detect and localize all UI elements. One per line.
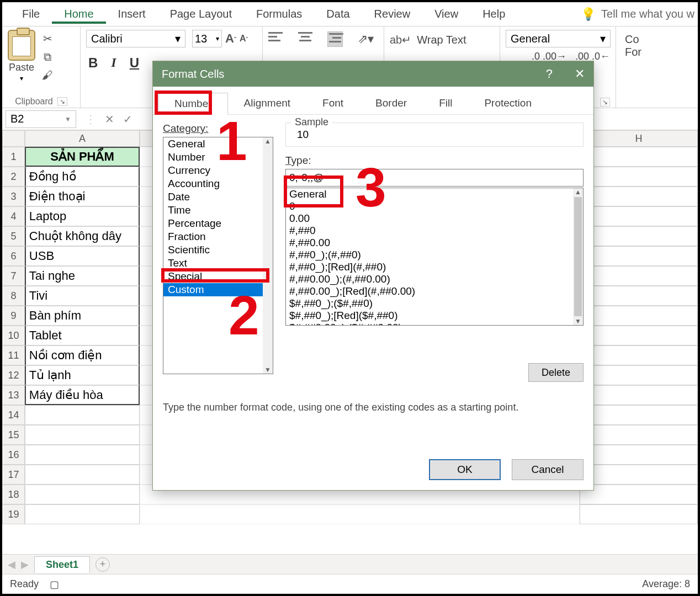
- dialog-launcher-icon[interactable]: ↘: [57, 97, 67, 106]
- sheet-nav-next-icon[interactable]: ▶: [21, 558, 29, 571]
- row-header[interactable]: 10: [2, 326, 25, 345]
- cell[interactable]: SẢN PHẨM: [25, 147, 140, 167]
- tab-insert[interactable]: Insert: [106, 4, 158, 24]
- decrease-font-icon[interactable]: Aˇ: [240, 34, 248, 44]
- copy-icon[interactable]: ⧉: [44, 51, 51, 63]
- underline-button[interactable]: U: [130, 55, 139, 71]
- chevron-down-icon[interactable]: ▾: [216, 35, 219, 42]
- align-right-icon[interactable]: [328, 32, 342, 46]
- cell[interactable]: [580, 365, 698, 385]
- scrollbar[interactable]: ▲▼: [263, 137, 273, 374]
- align-left-icon[interactable]: [268, 32, 283, 46]
- format-item[interactable]: #,##0.00_);(#,##0.00): [286, 273, 583, 285]
- row-header[interactable]: 18: [2, 485, 25, 504]
- cell[interactable]: [25, 465, 140, 485]
- cell[interactable]: [580, 445, 698, 465]
- tab-view[interactable]: View: [422, 4, 470, 24]
- row-header[interactable]: 5: [2, 226, 25, 246]
- cell[interactable]: Tai nghe: [25, 266, 140, 286]
- cell[interactable]: [25, 425, 140, 445]
- row-header[interactable]: 1: [2, 147, 25, 167]
- select-all-corner[interactable]: [2, 130, 25, 147]
- font-size-combo[interactable]: 13▾: [192, 30, 222, 47]
- macro-record-icon[interactable]: ▢: [50, 578, 59, 590]
- cell[interactable]: [580, 266, 698, 286]
- cell[interactable]: [580, 504, 698, 524]
- help-icon[interactable]: ?: [546, 67, 553, 81]
- cell[interactable]: [580, 465, 698, 485]
- dialog-launcher-icon[interactable]: ↘: [600, 98, 610, 107]
- cell[interactable]: [580, 306, 698, 326]
- cell[interactable]: [25, 445, 140, 465]
- category-item[interactable]: Fraction: [163, 230, 273, 243]
- add-sheet-button[interactable]: +: [96, 557, 110, 572]
- cut-icon[interactable]: ✂: [43, 32, 52, 45]
- tab-review[interactable]: Review: [362, 4, 423, 24]
- font-name-combo[interactable]: Calibri▾: [86, 30, 185, 47]
- row-header[interactable]: 16: [2, 445, 25, 465]
- row-header[interactable]: 17: [2, 465, 25, 485]
- format-item[interactable]: #,##0_);[Red](#,##0): [286, 261, 583, 273]
- format-item[interactable]: 0.00: [286, 212, 583, 225]
- cell[interactable]: [580, 206, 698, 226]
- cell[interactable]: [25, 485, 140, 504]
- row-header[interactable]: 7: [2, 266, 25, 286]
- row-header[interactable]: 13: [2, 385, 25, 405]
- chevron-down-icon[interactable]: ▾: [175, 32, 181, 45]
- tell-me[interactable]: 💡 Tell me what you w: [581, 7, 698, 22]
- row-header[interactable]: 9: [2, 306, 25, 326]
- format-item[interactable]: #,##0.00_);[Red](#,##0.00): [286, 285, 583, 297]
- italic-button[interactable]: I: [111, 55, 116, 71]
- enter-icon[interactable]: ✓: [123, 113, 132, 126]
- category-item[interactable]: Accounting: [163, 177, 273, 190]
- cell[interactable]: [580, 167, 698, 187]
- cell[interactable]: Chuột không dây: [25, 226, 140, 246]
- cell[interactable]: Nồi cơm điện: [25, 345, 140, 365]
- format-item[interactable]: #,##0: [286, 225, 583, 237]
- cell[interactable]: Tivi: [25, 286, 140, 306]
- dialog-tab-font[interactable]: Font: [306, 92, 359, 114]
- cell[interactable]: [580, 226, 698, 246]
- format-list[interactable]: General00.00#,##0#,##0.00#,##0_);(#,##0)…: [285, 188, 584, 326]
- orientation-icon[interactable]: ⇗▾: [358, 32, 374, 46]
- format-item[interactable]: #,##0.00: [286, 237, 583, 249]
- row-header[interactable]: 2: [2, 167, 25, 187]
- cancel-button[interactable]: Cancel: [512, 459, 584, 480]
- format-painter-icon[interactable]: 🖌: [42, 69, 53, 82]
- cell[interactable]: [580, 147, 698, 167]
- row-header[interactable]: 19: [2, 504, 25, 524]
- column-header[interactable]: A: [25, 130, 140, 147]
- cell[interactable]: [25, 405, 140, 425]
- cell[interactable]: [580, 286, 698, 306]
- dialog-tab-border[interactable]: Border: [359, 92, 423, 114]
- row-header[interactable]: 4: [2, 206, 25, 226]
- cell[interactable]: Máy điều hòa: [25, 385, 140, 405]
- conditional-formatting-label[interactable]: Co For: [622, 30, 692, 58]
- cell[interactable]: Điện thoại: [25, 187, 140, 206]
- dialog-tab-fill[interactable]: Fill: [423, 92, 468, 114]
- ok-button[interactable]: OK: [429, 459, 501, 480]
- sheet-nav-prev-icon[interactable]: ◀: [8, 558, 15, 571]
- paste-button[interactable]: Paste ▾: [8, 30, 35, 82]
- category-item[interactable]: Percentage: [163, 217, 273, 230]
- category-item[interactable]: Scientific: [163, 243, 273, 257]
- format-item[interactable]: $#,##0_);($#,##0): [286, 297, 583, 310]
- increase-font-icon[interactable]: Aˆ: [225, 31, 236, 46]
- column-header[interactable]: H: [580, 130, 698, 147]
- chevron-down-icon[interactable]: ▼: [65, 115, 71, 123]
- bold-button[interactable]: B: [88, 55, 98, 71]
- format-item[interactable]: $#,##0.00_);($#,##0.00): [286, 322, 583, 326]
- cancel-icon[interactable]: ✕: [105, 113, 114, 126]
- name-box[interactable]: B2▼: [6, 110, 76, 128]
- category-item[interactable]: Date: [163, 190, 273, 204]
- tab-home[interactable]: Home: [52, 4, 105, 24]
- align-center-icon[interactable]: [298, 32, 312, 46]
- cell[interactable]: [580, 385, 698, 405]
- format-item[interactable]: $#,##0_);[Red]($#,##0): [286, 310, 583, 322]
- cell[interactable]: USB: [25, 246, 140, 266]
- format-item[interactable]: #,##0_);(#,##0): [286, 249, 583, 261]
- cell[interactable]: [580, 246, 698, 266]
- category-item[interactable]: Time: [163, 204, 273, 217]
- row-header[interactable]: 12: [2, 365, 25, 385]
- cell[interactable]: [580, 345, 698, 365]
